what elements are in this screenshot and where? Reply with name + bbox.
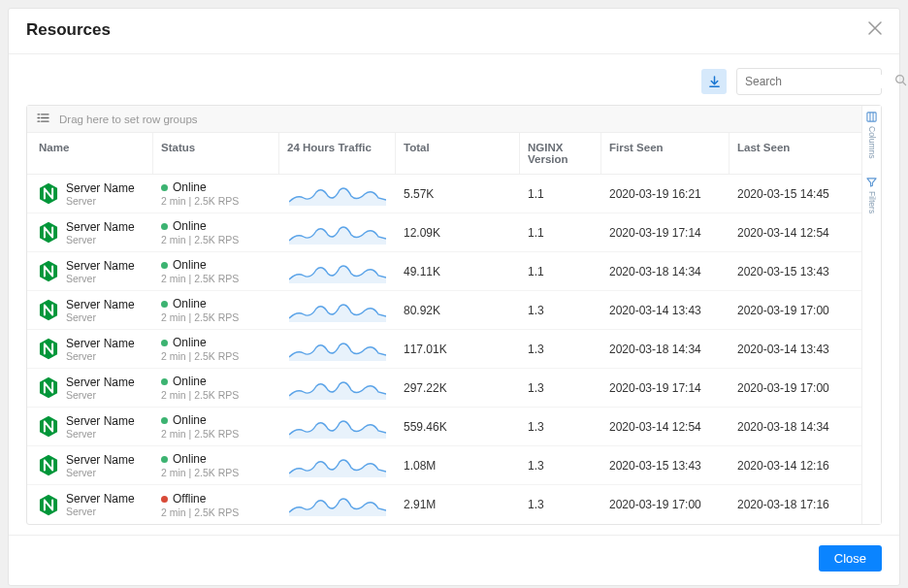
first-seen-cell: 2020-03-19 17:14 [601,377,730,399]
traffic-sparkline [279,489,396,520]
server-name: Server Name [66,453,135,467]
server-name: Server Name [66,492,135,506]
total-cell: 80.92K [396,300,520,321]
status-dot [161,417,168,424]
col-header-traffic[interactable]: 24 Hours Traffic [279,133,396,174]
total-cell: 1.08M [396,455,520,476]
data-grid: Drag here to set row groups Name Status … [26,105,882,525]
table-row[interactable]: Server Name Server Online 2 min | 2.5K R… [27,408,861,446]
first-seen-cell: 2020-03-19 17:14 [601,222,730,244]
table-row[interactable]: Server Name Server Online 2 min | 2.5K R… [27,446,861,485]
col-header-name[interactable]: Name [27,133,153,174]
status-sub: 2 min | 2.5K RPS [161,467,272,478]
version-cell: 1.3 [520,416,601,438]
traffic-sparkline [279,334,396,365]
col-header-version[interactable]: NGINX Version [520,133,601,174]
table-row[interactable]: Server Name Server Online 2 min | 2.5K R… [27,369,861,408]
table-row[interactable]: Server Name Server Offline 2 min | 2.5K … [27,485,861,524]
version-cell: 1.3 [520,300,601,321]
status-dot [161,496,168,503]
status-text: Offline [173,492,206,506]
close-icon[interactable] [868,20,882,40]
server-name: Server Name [66,337,135,350]
toolbar [9,54,899,105]
version-cell: 1.1 [520,261,601,282]
status-dot [161,456,168,463]
nginx-icon [39,182,58,205]
version-cell: 1.3 [520,494,601,515]
modal-header: Resources [9,9,899,54]
server-name: Server Name [66,414,135,428]
version-cell: 1.1 [520,222,601,244]
tab-columns-label: Columns [867,126,877,159]
status-sub: 2 min | 2.5K RPS [161,273,272,284]
server-sub: Server [66,350,135,362]
total-cell: 5.57K [396,183,520,205]
table-row[interactable]: Server Name Server Online 2 min | 2.5K R… [27,330,861,369]
server-sub: Server [66,273,135,284]
table-row[interactable]: Server Name Server Online 2 min | 2.5K R… [27,291,861,330]
traffic-sparkline [279,450,396,481]
table-row[interactable]: Server Name Server Online 2 min | 2.5K R… [27,213,861,252]
total-cell: 297.22K [396,377,520,399]
status-text: Online [173,413,207,427]
status-sub: 2 min | 2.5K RPS [161,350,272,362]
version-cell: 1.3 [520,455,601,476]
last-seen-cell: 2020-03-14 12:16 [730,455,861,476]
last-seen-cell: 2020-03-14 13:43 [730,339,861,360]
first-seen-cell: 2020-03-19 17:00 [601,494,730,515]
search-field[interactable] [745,75,891,88]
traffic-sparkline [279,217,396,248]
status-text: Online [173,219,207,233]
table-row[interactable]: Server Name Server Online 2 min | 2.5K R… [27,252,861,291]
nginx-icon [39,299,58,321]
server-sub: Server [66,311,135,323]
search-icon [894,74,907,89]
last-seen-cell: 2020-03-14 12:54 [730,222,861,244]
status-dot [161,301,168,308]
version-cell: 1.1 [520,183,601,205]
status-text: Online [173,297,207,310]
status-dot [161,223,168,230]
first-seen-cell: 2020-03-14 13:43 [601,300,730,321]
version-cell: 1.3 [520,377,601,399]
total-cell: 49.11K [396,261,520,282]
last-seen-cell: 2020-03-19 17:00 [730,300,861,321]
close-button[interactable]: Close [819,545,882,572]
total-cell: 12.09K [396,222,520,244]
grid-side-tabs: Columns Filters [861,106,881,524]
status-dot [161,378,168,385]
traffic-sparkline [279,295,396,326]
status-sub: 2 min | 2.5K RPS [161,234,272,245]
server-sub: Server [66,234,135,245]
group-hint-text: Drag here to set row groups [59,114,198,125]
server-name: Server Name [66,376,135,389]
traffic-sparkline [279,179,396,210]
col-header-total[interactable]: Total [396,133,520,174]
table-row[interactable]: Server Name Server Online 2 min | 2.5K R… [27,175,861,213]
group-bar[interactable]: Drag here to set row groups [27,106,861,133]
nginx-icon [39,415,58,438]
traffic-sparkline [279,373,396,404]
search-input[interactable] [736,68,882,95]
last-seen-cell: 2020-03-18 14:34 [730,416,861,438]
first-seen-cell: 2020-03-18 14:34 [601,261,730,282]
tab-columns[interactable]: Columns [866,112,877,159]
col-header-status[interactable]: Status [153,133,279,174]
last-seen-cell: 2020-03-18 17:16 [730,494,861,515]
col-header-last[interactable]: Last Seen [730,133,861,174]
status-text: Online [173,336,207,349]
status-sub: 2 min | 2.5K RPS [161,428,272,440]
col-header-first[interactable]: First Seen [601,133,730,174]
status-text: Online [173,258,207,272]
svg-rect-10 [867,113,876,121]
version-cell: 1.3 [520,339,601,360]
status-sub: 2 min | 2.5K RPS [161,389,272,401]
page-title: Resources [26,20,111,40]
server-name: Server Name [66,181,135,195]
tab-filters[interactable]: Filters [866,177,877,213]
columns-icon [866,112,877,124]
status-dot [161,184,168,191]
tab-filters-label: Filters [867,191,877,213]
download-button[interactable] [701,69,727,94]
